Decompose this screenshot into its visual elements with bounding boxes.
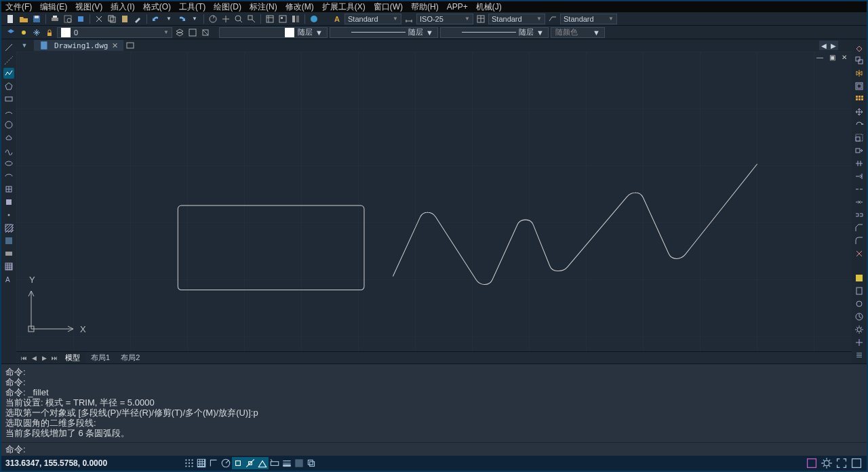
match-prop-icon[interactable] [132,14,143,24]
layout-prev-icon[interactable]: ◀ [29,353,39,363]
extend-icon[interactable] [854,171,865,182]
mleader-style-combo[interactable]: Standard ▼ [560,14,617,24]
menu-item-dim[interactable]: 标注(N) [250,1,277,13]
menu-item-mech[interactable]: 机械(J) [476,1,502,13]
undo-icon[interactable] [151,14,161,24]
grid-display-icon[interactable] [195,457,208,469]
revision-cloud-icon[interactable] [3,132,14,143]
expand-panel-icon[interactable]: ≡ [854,350,865,361]
tool-palettes-icon[interactable] [290,14,301,24]
fillet-icon[interactable] [854,235,865,246]
lineweight-combo[interactable]: 随层 ▼ [440,27,549,38]
layout-tab-2[interactable]: 布局2 [115,352,145,363]
explode-icon[interactable] [854,248,865,259]
redo-dropdown[interactable]: ▼ [189,14,200,24]
polyline-icon[interactable] [3,68,14,79]
zoom-window-icon[interactable] [246,14,257,24]
break-icon[interactable] [854,197,865,208]
menu-item-file[interactable]: 文件(F) [5,1,32,13]
color-combo[interactable]: 随层 ▼ [219,27,328,38]
menu-item-help[interactable]: 帮助(H) [411,1,439,13]
dim-style-combo[interactable]: ISO-25 ▼ [416,14,473,24]
print-preview-icon[interactable] [62,14,73,24]
chamfer-icon[interactable] [854,222,865,233]
offset-icon[interactable] [854,81,865,92]
selection-cycle-icon[interactable] [854,298,865,309]
menu-item-app[interactable]: APP+ [447,2,468,12]
quick-calc-icon[interactable] [854,286,865,296]
mirror-icon[interactable] [854,68,865,79]
options-icon[interactable] [854,324,865,335]
coordinates-readout[interactable]: 313.6347, 155.5758, 0.0000 [5,458,121,468]
otrack-icon[interactable] [244,457,256,469]
menu-item-tools[interactable]: 工具(T) [179,1,205,13]
tab-scroll-right-icon[interactable]: ▶ [829,41,838,50]
save-icon[interactable] [31,14,42,24]
pan-icon[interactable] [220,14,231,24]
drawing-canvas[interactable]: — ▣ ✕ Y X [16,52,852,351]
layer-match-icon[interactable] [200,27,211,38]
mleader-style-icon[interactable] [547,14,558,24]
ellipse-icon[interactable] [3,158,14,169]
new-tab-icon[interactable] [125,40,136,51]
print-icon[interactable] [50,14,60,24]
layer-lock-icon[interactable] [44,27,55,38]
command-input[interactable] [28,444,863,454]
polar-icon[interactable] [220,457,232,469]
gradient-icon[interactable] [3,235,14,246]
properties-icon[interactable] [264,14,275,24]
tab-scroll-left-icon[interactable]: ◀ [819,41,829,50]
open-file-icon[interactable] [18,14,29,24]
join-icon[interactable] [854,210,865,220]
design-center-icon[interactable] [277,14,288,24]
layout-first-icon[interactable]: ⏮ [19,353,28,363]
insert-block-icon[interactable] [3,184,14,195]
customize-icon[interactable] [854,337,865,348]
dim-style-icon[interactable] [403,14,414,24]
layer-states-icon[interactable] [18,27,29,38]
text-style-icon[interactable]: A [332,14,342,24]
layout-tab-1[interactable]: 布局1 [85,352,115,363]
close-tab-icon[interactable]: ✕ [112,41,118,50]
menu-item-ext[interactable]: 扩展工具(X) [322,1,366,13]
array-icon[interactable] [854,94,865,104]
ortho-icon[interactable] [208,457,220,469]
transparency-icon[interactable] [293,457,305,469]
plot-style-combo[interactable]: 随颜色 ▼ [551,27,605,38]
break-at-point-icon[interactable] [854,184,865,195]
circle-icon[interactable] [3,119,14,130]
rectangle-icon[interactable] [3,94,14,104]
layer-prev-icon[interactable] [174,27,185,38]
layout-tab-model[interactable]: 模型 [60,352,85,363]
text-style-combo[interactable]: Standard ▼ [344,14,401,24]
move-icon[interactable] [854,106,865,117]
zoom-realtime-icon[interactable] [233,14,244,24]
layer-combo[interactable]: 0 ▼ [57,27,172,38]
model-paper-icon[interactable] [806,457,818,469]
publish-icon[interactable] [75,14,86,24]
arc-icon[interactable] [3,106,14,117]
hatch-icon[interactable] [3,222,14,233]
paste-icon[interactable] [119,14,130,24]
linetype-combo[interactable]: 随层 ▼ [330,27,438,38]
ellipse-arc-icon[interactable] [3,171,14,182]
menu-item-insert[interactable]: 插入(I) [111,1,134,13]
layer-freeze-icon[interactable] [31,27,42,38]
point-icon[interactable] [3,210,14,220]
construction-line-icon[interactable] [3,55,14,66]
menu-item-edit[interactable]: 编辑(E) [40,1,67,13]
snap-grid-icon[interactable] [183,457,195,469]
layout-next-icon[interactable]: ▶ [39,353,49,363]
layer-manager-icon[interactable] [5,27,16,38]
line-icon[interactable] [3,42,14,53]
erase-icon[interactable] [854,42,865,53]
make-block-icon[interactable] [3,197,14,208]
rotate-icon[interactable] [854,119,865,130]
drawing-recovery-icon[interactable] [854,311,865,322]
menu-item-modify[interactable]: 修改(M) [285,1,314,13]
menu-item-format[interactable]: 格式(O) [143,1,171,13]
dynamic-input-icon[interactable] [269,457,281,469]
region-icon[interactable] [3,248,14,259]
undo-dropdown[interactable]: ▼ [163,14,174,24]
menu-item-draw[interactable]: 绘图(D) [214,1,241,13]
